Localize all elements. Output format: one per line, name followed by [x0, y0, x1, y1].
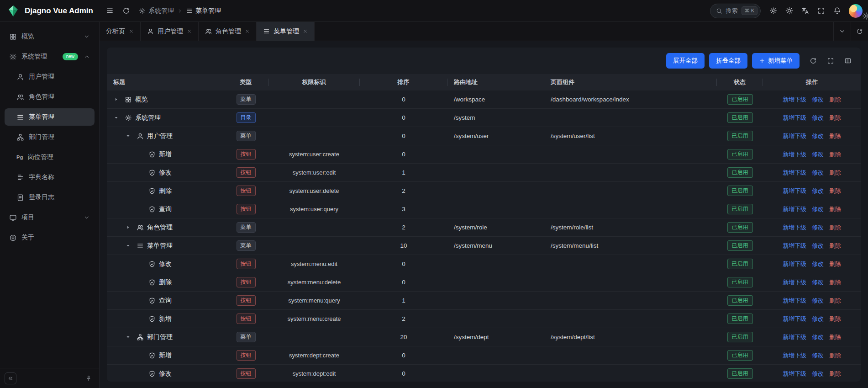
edit-action[interactable]: 修改: [812, 169, 824, 177]
close-tab-icon[interactable]: [245, 29, 250, 34]
delete-action[interactable]: 删除: [829, 205, 841, 213]
add-child-action[interactable]: 新增下级: [783, 205, 806, 213]
delete-action[interactable]: 删除: [829, 333, 841, 341]
edit-action[interactable]: 修改: [812, 187, 824, 195]
collapse-sidebar-button[interactable]: [5, 372, 16, 384]
expand-row-icon[interactable]: [113, 96, 121, 102]
user-avatar[interactable]: [849, 4, 863, 18]
collapse-row-icon[interactable]: [113, 115, 121, 121]
edit-action[interactable]: 修改: [812, 114, 824, 122]
expand-all-button[interactable]: 展开全部: [666, 53, 705, 69]
add-child-action[interactable]: 新增下级: [783, 96, 806, 104]
add-child-action[interactable]: 新增下级: [783, 297, 806, 305]
sidebar-item-0[interactable]: 概览: [5, 28, 95, 45]
add-child-action[interactable]: 新增下级: [783, 315, 806, 323]
delete-action[interactable]: 删除: [829, 96, 841, 104]
collapse-row-icon[interactable]: [125, 133, 133, 139]
edit-action[interactable]: 修改: [812, 150, 824, 159]
tab-0[interactable]: 分析页: [100, 22, 141, 41]
edit-action[interactable]: 修改: [812, 370, 824, 378]
delete-action[interactable]: 删除: [829, 242, 841, 250]
sidebar-item-1[interactable]: 系统管理new: [5, 48, 95, 65]
delete-action[interactable]: 删除: [829, 114, 841, 122]
delete-action[interactable]: 删除: [829, 223, 841, 232]
add-menu-button[interactable]: 新增菜单: [752, 53, 800, 69]
refresh-tab-button[interactable]: [851, 22, 868, 41]
tab-3[interactable]: 菜单管理: [257, 22, 315, 41]
search-input[interactable]: 搜索 ⌘ K: [710, 4, 761, 18]
add-child-action[interactable]: 新增下级: [783, 169, 806, 177]
gear-icon: [9, 53, 17, 61]
add-child-action[interactable]: 新增下级: [783, 223, 806, 232]
status-badge: 已启用: [727, 186, 753, 196]
sidebar-item-7[interactable]: 字典名称: [5, 169, 95, 186]
brand[interactable]: Djagno Vue Admin: [0, 5, 100, 17]
add-child-action[interactable]: 新增下级: [783, 114, 806, 122]
edit-action[interactable]: 修改: [812, 223, 824, 232]
tab-2[interactable]: 角色管理: [199, 22, 257, 41]
delete-action[interactable]: 删除: [829, 370, 841, 378]
sidebar-toggle-button[interactable]: [102, 4, 117, 18]
delete-action[interactable]: 删除: [829, 169, 841, 177]
delete-action[interactable]: 删除: [829, 278, 841, 287]
breadcrumb-item[interactable]: 菜单管理: [186, 7, 221, 15]
tab-1[interactable]: 用户管理: [141, 22, 199, 41]
add-child-action[interactable]: 新增下级: [783, 132, 806, 140]
add-child-action[interactable]: 新增下级: [783, 150, 806, 159]
collapse-row-icon[interactable]: [125, 334, 133, 340]
collapse-row-icon[interactable]: [125, 243, 133, 249]
theme-toggle-button[interactable]: [782, 4, 796, 18]
delete-action[interactable]: 删除: [829, 351, 841, 360]
add-child-action[interactable]: 新增下级: [783, 242, 806, 250]
settings-button[interactable]: [766, 4, 780, 18]
add-child-action[interactable]: 新增下级: [783, 370, 806, 378]
sidebar-item-8[interactable]: 登录日志: [5, 189, 95, 206]
sidebar-item-2[interactable]: 用户管理: [5, 68, 95, 85]
delete-action[interactable]: 删除: [829, 132, 841, 140]
edit-action[interactable]: 修改: [812, 242, 824, 250]
edit-action[interactable]: 修改: [812, 351, 824, 360]
close-tab-icon[interactable]: [303, 29, 308, 34]
sidebar-item-5[interactable]: 部门管理: [5, 128, 95, 146]
close-tab-icon[interactable]: [129, 29, 134, 34]
pin-sidebar-button[interactable]: [83, 372, 95, 384]
sidebar-item-10[interactable]: 关于: [5, 229, 95, 246]
tabs: 分析页用户管理角色管理菜单管理: [100, 22, 315, 41]
add-child-action[interactable]: 新增下级: [783, 260, 806, 268]
edit-action[interactable]: 修改: [812, 96, 824, 104]
tabs-dropdown-button[interactable]: [833, 22, 851, 41]
close-tab-icon[interactable]: [187, 29, 192, 34]
theme-settings-icon[interactable]: [862, 12, 868, 22]
edit-action[interactable]: 修改: [812, 333, 824, 341]
fullscreen-button[interactable]: [825, 55, 836, 66]
refresh-button[interactable]: [808, 55, 819, 66]
collapse-all-button[interactable]: 折叠全部: [709, 53, 747, 69]
breadcrumb-item[interactable]: 系统管理: [139, 7, 174, 15]
column-settings-button[interactable]: [842, 55, 853, 66]
sidebar-item-4[interactable]: 菜单管理: [5, 108, 95, 126]
edit-action[interactable]: 修改: [812, 278, 824, 287]
edit-action[interactable]: 修改: [812, 205, 824, 213]
delete-action[interactable]: 删除: [829, 315, 841, 323]
add-child-action[interactable]: 新增下级: [783, 278, 806, 287]
language-button[interactable]: [798, 4, 812, 18]
notifications-button[interactable]: [830, 4, 844, 18]
delete-action[interactable]: 删除: [829, 187, 841, 195]
edit-action[interactable]: 修改: [812, 260, 824, 268]
delete-action[interactable]: 删除: [829, 260, 841, 268]
sidebar-item-3[interactable]: 角色管理: [5, 88, 95, 106]
add-child-action[interactable]: 新增下级: [783, 351, 806, 360]
delete-action[interactable]: 删除: [829, 297, 841, 305]
edit-action[interactable]: 修改: [812, 297, 824, 305]
tab-controls: [833, 22, 868, 41]
refresh-page-button[interactable]: [119, 4, 133, 18]
sidebar-item-6[interactable]: Pg岗位管理: [5, 149, 95, 166]
add-child-action[interactable]: 新增下级: [783, 187, 806, 195]
edit-action[interactable]: 修改: [812, 315, 824, 323]
sidebar-item-9[interactable]: 项目: [5, 209, 95, 226]
edit-action[interactable]: 修改: [812, 132, 824, 140]
fullscreen-button[interactable]: [814, 4, 828, 18]
add-child-action[interactable]: 新增下级: [783, 333, 806, 341]
expand-row-icon[interactable]: [125, 224, 133, 230]
delete-action[interactable]: 删除: [829, 150, 841, 159]
